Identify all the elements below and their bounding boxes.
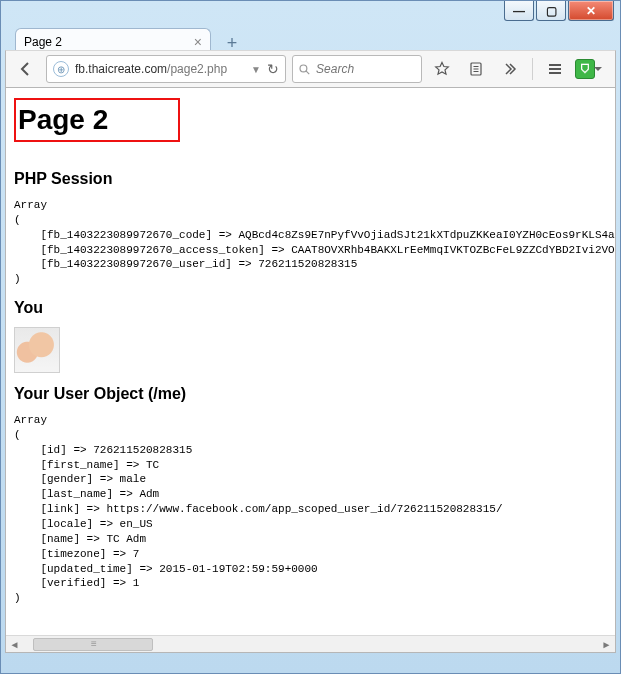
shield-icon: ⛉ (575, 59, 595, 79)
window-controls: — ▢ ✕ (502, 1, 614, 21)
session-dump: Array ( [fb_1403223089972670_code] => AQ… (14, 198, 607, 287)
scroll-left-arrow[interactable]: ◄ (6, 636, 23, 653)
browser-window: — ▢ ✕ Page 2 × + ⊕ fb.thaicreate.com/pag… (0, 0, 621, 674)
horizontal-scrollbar[interactable]: ◄ ► (6, 635, 615, 652)
you-heading: You (14, 299, 607, 317)
search-icon (299, 63, 310, 76)
arrow-left-icon (17, 60, 35, 78)
library-button[interactable] (462, 55, 490, 83)
session-heading: PHP Session (14, 170, 607, 188)
page-title: Page 2 (14, 98, 180, 142)
window-maximize-button[interactable]: ▢ (536, 1, 566, 21)
tab-title: Page 2 (24, 35, 62, 49)
address-bar[interactable]: ⊕ fb.thaicreate.com/page2.php ▼ ↻ (46, 55, 286, 83)
page-body: Page 2 PHP Session Array ( [fb_140322308… (6, 88, 615, 614)
window-minimize-button[interactable]: — (504, 1, 534, 21)
scroll-thumb[interactable] (33, 638, 153, 651)
url-dropdown-icon[interactable]: ▼ (247, 64, 261, 75)
avatar (14, 327, 60, 373)
search-box[interactable] (292, 55, 422, 83)
svg-point-0 (300, 64, 307, 71)
scroll-right-arrow[interactable]: ► (598, 636, 615, 653)
reload-icon[interactable]: ↻ (267, 61, 279, 77)
url-path: /page2.php (167, 62, 227, 76)
userobj-heading: Your User Object (/me) (14, 385, 607, 403)
clipboard-icon (468, 61, 484, 77)
hamburger-icon (547, 61, 563, 77)
userobj-dump: Array ( [id] => 726211520828315 [first_n… (14, 413, 607, 606)
scroll-track[interactable] (23, 637, 598, 652)
globe-icon: ⊕ (53, 61, 69, 77)
toolbar: ⊕ fb.thaicreate.com/page2.php ▼ ↻ ⛉ (5, 50, 616, 88)
overflow-button[interactable] (496, 55, 524, 83)
window-close-button[interactable]: ✕ (568, 1, 614, 21)
toolbar-divider (532, 58, 533, 80)
svg-line-1 (306, 70, 309, 73)
menu-button[interactable] (541, 55, 569, 83)
addon-button[interactable]: ⛉ (575, 59, 609, 79)
status-bar (5, 654, 616, 670)
url-text: fb.thaicreate.com/page2.php (75, 62, 241, 76)
chevron-double-right-icon (502, 61, 518, 77)
url-host: fb.thaicreate.com (75, 62, 167, 76)
bookmark-star-button[interactable] (428, 55, 456, 83)
back-button[interactable] (12, 55, 40, 83)
tab-close-icon[interactable]: × (194, 34, 202, 50)
star-icon (434, 61, 450, 77)
search-input[interactable] (316, 62, 415, 76)
content-area: Page 2 PHP Session Array ( [fb_140322308… (5, 88, 616, 653)
